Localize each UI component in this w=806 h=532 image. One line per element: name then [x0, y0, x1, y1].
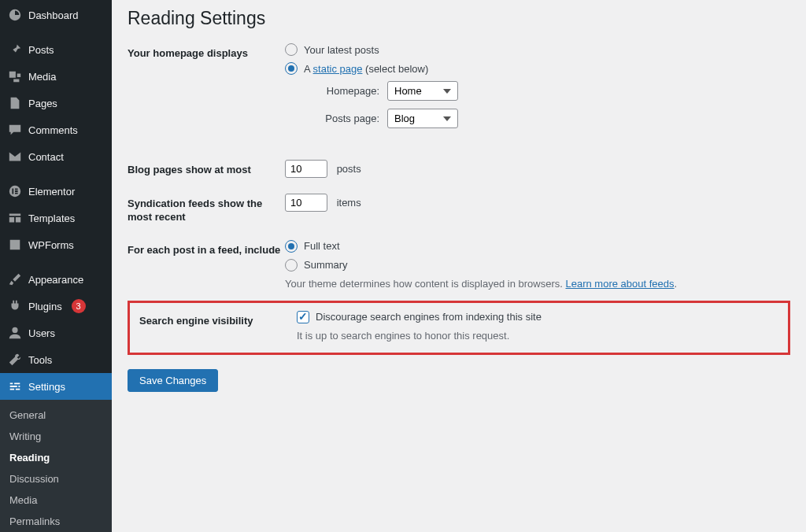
svg-point-1: [12, 327, 17, 333]
submenu-reading[interactable]: Reading: [0, 447, 112, 468]
sidebar-item-label: Media: [28, 71, 56, 83]
postspage-select-label: Posts page:: [316, 113, 379, 124]
static-page-link[interactable]: static page: [313, 63, 363, 75]
submenu-media[interactable]: Media: [0, 490, 112, 511]
sidebar-item-label: Appearance: [28, 274, 83, 286]
search-visibility-highlight: Search engine visibility Discourage sear…: [128, 301, 790, 355]
radio-summary[interactable]: [285, 259, 298, 272]
media-icon: [8, 69, 22, 83]
wrench-icon: [8, 353, 22, 367]
homepage-select[interactable]: Home: [387, 81, 458, 101]
radio-static-page[interactable]: [285, 62, 298, 75]
save-changes-button[interactable]: Save Changes: [128, 369, 218, 392]
radio-static-page-label: A static page (select below): [304, 63, 428, 75]
submenu-general[interactable]: General: [0, 405, 112, 426]
feed-include-label: For each post in a feed, include: [128, 240, 285, 257]
sidebar-item-settings[interactable]: Settings: [0, 373, 112, 400]
sidebar-item-label: Pages: [28, 98, 57, 109]
elementor-icon: [8, 184, 22, 198]
sidebar-item-label: Templates: [28, 212, 75, 224]
settings-submenu: General Writing Reading Discussion Media…: [0, 400, 112, 532]
sliders-icon: [8, 379, 22, 393]
sidebar-item-plugins[interactable]: Plugins 3: [0, 293, 112, 320]
admin-sidebar: Dashboard Posts Media Pages Comments Con…: [0, 0, 112, 532]
radio-full-text[interactable]: [285, 240, 298, 253]
sidebar-item-users[interactable]: Users: [0, 320, 112, 346]
page-title: Reading Settings: [128, 8, 790, 29]
radio-full-text-label: Full text: [304, 240, 340, 252]
discourage-checkbox[interactable]: [297, 311, 309, 323]
sidebar-item-media[interactable]: Media: [0, 63, 112, 90]
sidebar-item-label: Elementor: [28, 186, 75, 198]
sidebar-item-contact[interactable]: Contact: [0, 143, 112, 170]
wpforms-icon: [8, 238, 22, 252]
templates-icon: [8, 211, 22, 225]
pages-icon: [8, 96, 22, 110]
sidebar-item-label: Comments: [28, 124, 78, 136]
blog-pages-label: Blog pages show at most: [128, 160, 285, 177]
syndication-unit: items: [337, 197, 361, 209]
sidebar-item-label: Plugins: [28, 301, 62, 312]
sidebar-item-elementor[interactable]: Elementor: [0, 178, 112, 205]
sidebar-item-label: Users: [28, 327, 55, 339]
radio-latest-posts-label: Your latest posts: [304, 44, 379, 56]
pin-icon: [8, 42, 22, 57]
postspage-select[interactable]: Blog: [387, 109, 458, 128]
sidebar-item-dashboard[interactable]: Dashboard: [0, 2, 112, 28]
sidebar-item-label: Tools: [28, 354, 52, 366]
mail-icon: [8, 150, 22, 164]
sidebar-item-label: Dashboard: [28, 9, 79, 21]
user-icon: [8, 326, 22, 340]
sidebar-item-tools[interactable]: Tools: [0, 346, 112, 373]
sidebar-item-pages[interactable]: Pages: [0, 90, 112, 116]
syndication-input[interactable]: [285, 194, 327, 212]
blog-pages-input[interactable]: [285, 160, 327, 178]
radio-latest-posts[interactable]: [285, 43, 298, 56]
update-badge: 3: [72, 299, 86, 313]
sidebar-item-label: WPForms: [28, 239, 74, 251]
feed-description: Your theme determines how content is dis…: [285, 278, 790, 290]
search-visibility-label: Search engine visibility: [139, 311, 297, 328]
content-area: Reading Settings Your homepage displays …: [112, 0, 806, 532]
sidebar-item-label: Contact: [28, 151, 64, 163]
sidebar-item-appearance[interactable]: Appearance: [0, 266, 112, 293]
submenu-permalinks[interactable]: Permalinks: [0, 511, 112, 532]
plugin-icon: [8, 299, 22, 313]
sidebar-item-wpforms[interactable]: WPForms: [0, 231, 112, 258]
syndication-label: Syndication feeds show the most recent: [128, 194, 285, 224]
sidebar-item-templates[interactable]: Templates: [0, 205, 112, 231]
submenu-discussion[interactable]: Discussion: [0, 468, 112, 490]
comment-icon: [8, 123, 22, 137]
homepage-select-label: Homepage:: [316, 85, 379, 97]
sidebar-item-posts[interactable]: Posts: [0, 36, 112, 63]
sidebar-item-label: Settings: [28, 381, 65, 393]
search-visibility-note: It is up to search engines to honor this…: [297, 330, 778, 342]
radio-summary-label: Summary: [304, 259, 348, 271]
dashboard-icon: [8, 8, 22, 22]
submenu-writing[interactable]: Writing: [0, 426, 112, 447]
homepage-displays-label: Your homepage displays: [128, 43, 285, 61]
discourage-checkbox-label: Discourage search engines from indexing …: [316, 311, 542, 323]
blog-pages-unit: posts: [337, 163, 361, 175]
sidebar-item-label: Posts: [28, 44, 54, 56]
learn-more-feeds-link[interactable]: Learn more about feeds: [565, 278, 674, 290]
brush-icon: [8, 272, 22, 286]
sidebar-item-comments[interactable]: Comments: [0, 116, 112, 143]
